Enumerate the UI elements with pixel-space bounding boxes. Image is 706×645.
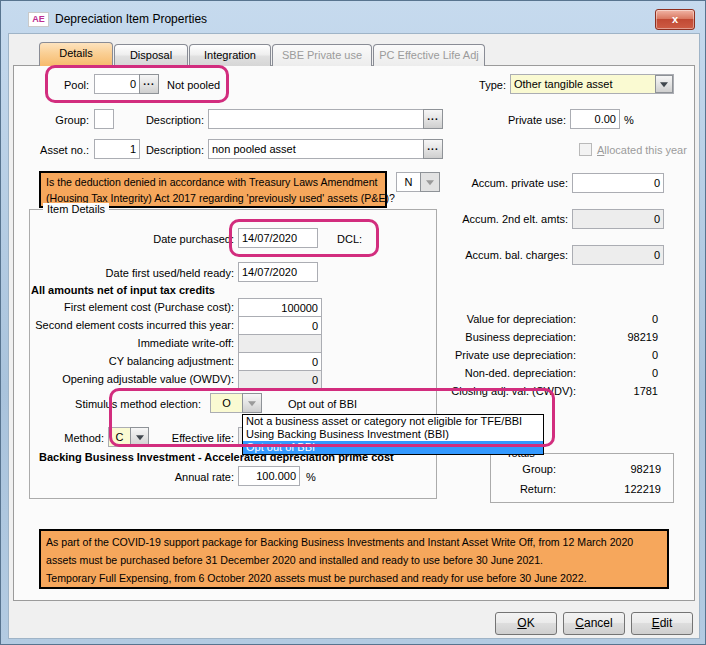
tab-integration[interactable]: Integration bbox=[189, 44, 271, 66]
first-element-cost-label: First element cost (Purchase cost): bbox=[22, 301, 234, 313]
allocated-this-year-checkbox bbox=[579, 143, 592, 156]
second-element-cost-label: Second element costs incurred this year: bbox=[22, 319, 234, 331]
date-first-used-input[interactable]: 14/07/2020 bbox=[238, 262, 318, 282]
private-use-depreciation-label: Private use depreciation: bbox=[426, 349, 576, 361]
owdv-label: Opening adjustable value (OWDV): bbox=[22, 373, 234, 385]
business-depreciation-label: Business depreciation: bbox=[426, 331, 576, 343]
accum-private-use-input[interactable]: 0 bbox=[572, 173, 664, 193]
pool-browse-button[interactable]: ... bbox=[139, 74, 159, 94]
immediate-write-off-label: Immediate write-off: bbox=[22, 337, 234, 349]
accum-2nd-elt-label: Accum. 2nd elt. amts: bbox=[418, 213, 568, 225]
cy-balancing-adjustment-label: CY balancing adjustment: bbox=[22, 355, 234, 367]
totals-groupbox bbox=[490, 453, 674, 503]
app-icon: AE bbox=[28, 12, 49, 27]
asset-description-browse-button[interactable]: ... bbox=[423, 139, 443, 159]
type-select[interactable]: Other tangible asset bbox=[510, 74, 674, 94]
tab-pc-effective-life-adj: PC Effective Life Adj bbox=[373, 44, 485, 66]
pool-status-text: Not pooled bbox=[167, 79, 220, 91]
value-for-depreciation-label: Value for depreciation: bbox=[426, 313, 576, 325]
group-description-input[interactable] bbox=[208, 109, 424, 129]
totals-return-value: 122219 bbox=[561, 483, 661, 495]
ellipsis-icon: ... bbox=[424, 110, 442, 124]
ellipsis-icon: ... bbox=[140, 75, 158, 89]
stimulus-method-label: Stimulus method election: bbox=[61, 398, 201, 410]
accum-bal-charges-label: Accum. bal. charges: bbox=[418, 249, 568, 261]
stimulus-method-dropdown-button[interactable] bbox=[242, 393, 262, 413]
private-use-label: Private use: bbox=[466, 114, 566, 126]
dropdown-option-not-eligible[interactable]: Not a business asset or category not eli… bbox=[243, 415, 543, 428]
window-title: Depreciation Item Properties bbox=[55, 12, 207, 26]
annual-rate-label: Annual rate: bbox=[22, 471, 234, 483]
owdv-input: 0 bbox=[238, 370, 322, 389]
date-first-used-label: Date first used/held ready: bbox=[22, 267, 234, 279]
asset-no-label: Asset no.: bbox=[19, 144, 89, 156]
date-purchased-input[interactable]: 14/07/2020 bbox=[238, 228, 318, 248]
chevron-down-icon bbox=[248, 401, 256, 406]
accum-2nd-elt-input: 0 bbox=[572, 209, 664, 229]
ok-button[interactable]: OK bbox=[495, 612, 557, 635]
annual-rate-percent-sign: % bbox=[306, 471, 316, 483]
asset-description-input[interactable]: non pooled asset bbox=[208, 139, 424, 159]
private-use-percent-sign: % bbox=[624, 114, 634, 126]
pool-label: Pool: bbox=[41, 79, 89, 91]
value-for-depreciation-value: 0 bbox=[568, 313, 658, 325]
tab-disposal[interactable]: Disposal bbox=[114, 44, 188, 66]
type-dropdown-button[interactable] bbox=[655, 75, 673, 93]
group-description-label: Description: bbox=[134, 114, 204, 126]
edit-button[interactable]: Edit bbox=[631, 612, 693, 635]
private-use-depreciation-value: 0 bbox=[568, 349, 658, 361]
totals-return-label: Return: bbox=[501, 483, 556, 495]
tab-sbe-private-use: SBE Private use bbox=[272, 44, 372, 66]
totals-group-label: Group: bbox=[501, 463, 556, 475]
effective-life-label: Effective life: bbox=[22, 432, 234, 444]
cancel-button[interactable]: Cancel bbox=[563, 612, 625, 635]
tab-details[interactable]: Details bbox=[39, 42, 113, 66]
cwdv-label: Closing adj. val. (CWDV): bbox=[426, 385, 576, 397]
first-element-cost-input[interactable]: 100000 bbox=[238, 298, 322, 317]
immediate-write-off-input bbox=[238, 334, 322, 353]
stimulus-method-field[interactable]: O bbox=[210, 393, 243, 413]
private-use-input[interactable]: 0.00 bbox=[570, 109, 620, 129]
covid-support-note: As part of the COVID-19 support package … bbox=[39, 529, 669, 589]
accum-private-use-label: Accum. private use: bbox=[418, 177, 568, 189]
chevron-down-icon bbox=[660, 82, 668, 87]
dropdown-option-opt-out-bbi[interactable]: Opt out of BBI bbox=[243, 441, 543, 454]
group-description-browse-button[interactable]: ... bbox=[423, 109, 443, 129]
pool-input[interactable]: 0 bbox=[94, 74, 140, 94]
cwdv-value: 1781 bbox=[568, 385, 658, 397]
close-icon[interactable]: x bbox=[655, 9, 695, 30]
second-element-cost-input[interactable]: 0 bbox=[238, 316, 322, 335]
non-ded-depreciation-value: 0 bbox=[568, 367, 658, 379]
asset-description-label: Description: bbox=[134, 144, 204, 156]
allocated-this-year-label: Allocated this year bbox=[597, 144, 687, 156]
cy-balancing-adjustment-input[interactable]: 0 bbox=[238, 352, 322, 371]
group-input[interactable] bbox=[94, 109, 114, 129]
dropdown-option-using-bbi[interactable]: Using Backing Business Investment (BBI) bbox=[243, 428, 543, 441]
date-purchased-label: Date purchased: bbox=[22, 233, 234, 245]
annual-rate-input[interactable]: 100.000 bbox=[238, 466, 300, 486]
group-label: Group: bbox=[19, 114, 89, 126]
dcl-label: DCL: bbox=[337, 233, 362, 245]
non-ded-depreciation-label: Non-ded. depreciation: bbox=[426, 367, 576, 379]
stimulus-method-dropdown-list: Not a business asset or category not eli… bbox=[242, 414, 544, 455]
type-label: Type: bbox=[456, 79, 506, 91]
totals-group-value: 98219 bbox=[561, 463, 661, 475]
ellipsis-icon: ... bbox=[424, 140, 442, 154]
accum-bal-charges-input: 0 bbox=[572, 245, 664, 265]
depreciation-item-properties-dialog: AE Depreciation Item Properties x Detail… bbox=[0, 0, 706, 645]
net-of-gst-note: All amounts net of input tax credits bbox=[31, 284, 215, 296]
stimulus-method-selected-text: Opt out of BBI bbox=[288, 398, 357, 410]
item-details-legend: Item Details bbox=[43, 203, 109, 215]
business-depreciation-value: 98219 bbox=[568, 331, 658, 343]
